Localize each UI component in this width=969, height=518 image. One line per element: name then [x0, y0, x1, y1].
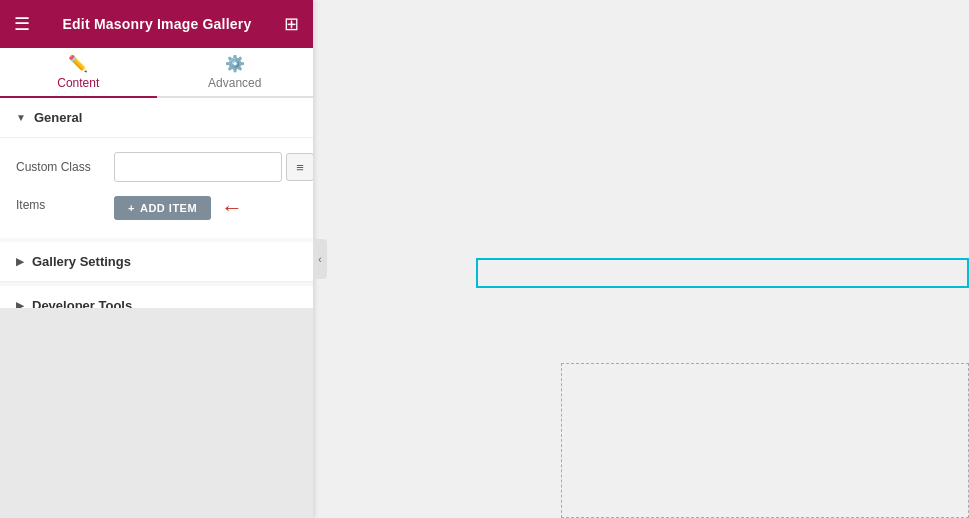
add-item-button[interactable]: + ADD ITEM — [114, 196, 211, 220]
general-section: ▼ General Custom Class ≡ Items — [0, 98, 313, 238]
developer-tools-header[interactable]: ▶ Developer Tools — [0, 286, 313, 308]
gallery-settings-section: ▶ Gallery Settings — [0, 242, 313, 282]
arrow-indicator: ← — [221, 197, 243, 219]
content-tab-icon: ✏️ — [68, 56, 88, 72]
grid-icon[interactable]: ⊞ — [284, 13, 299, 35]
gallery-settings-caret-icon: ▶ — [16, 256, 24, 267]
hamburger-icon[interactable]: ☰ — [14, 13, 30, 35]
custom-class-label: Custom Class — [16, 160, 106, 174]
advanced-tab-label: Advanced — [208, 76, 261, 90]
panel-footer — [0, 308, 313, 518]
items-controls: + ADD ITEM ← — [114, 196, 297, 220]
right-canvas — [313, 0, 969, 518]
panel-body: ▼ General Custom Class ≡ Items — [0, 98, 313, 308]
add-item-label: ADD ITEM — [140, 202, 197, 214]
custom-class-list-icon[interactable]: ≡ — [286, 153, 313, 181]
panel-collapse-handle[interactable]: ‹ — [313, 239, 327, 279]
advanced-tab-icon: ⚙️ — [225, 56, 245, 72]
developer-tools-label: Developer Tools — [32, 298, 132, 308]
developer-tools-section: ▶ Developer Tools — [0, 286, 313, 308]
general-section-label: General — [34, 110, 82, 125]
content-tab-label: Content — [57, 76, 99, 90]
gallery-settings-label: Gallery Settings — [32, 254, 131, 269]
panel-header: ☰ Edit Masonry Image Gallery ⊞ — [0, 0, 313, 48]
general-caret-icon: ▼ — [16, 112, 26, 123]
panel-title: Edit Masonry Image Gallery — [63, 16, 252, 32]
tabs-bar: ✏️ Content ⚙️ Advanced — [0, 48, 313, 98]
canvas-selected-element — [476, 258, 969, 288]
items-row: Items + ADD ITEM ← — [16, 196, 297, 220]
tab-content[interactable]: ✏️ Content — [0, 48, 157, 96]
canvas-placeholder-box — [561, 363, 969, 518]
items-label: Items — [16, 196, 106, 212]
general-section-header[interactable]: ▼ General — [0, 98, 313, 138]
gallery-settings-header[interactable]: ▶ Gallery Settings — [0, 242, 313, 282]
tab-advanced[interactable]: ⚙️ Advanced — [157, 48, 314, 96]
developer-tools-caret-icon: ▶ — [16, 300, 24, 308]
general-section-body: Custom Class ≡ Items + ADD ITEM — [0, 138, 313, 238]
left-panel: ☰ Edit Masonry Image Gallery ⊞ ✏️ Conten… — [0, 0, 313, 518]
custom-class-row: Custom Class ≡ — [16, 152, 297, 182]
custom-class-input[interactable] — [114, 152, 282, 182]
plus-icon: + — [128, 202, 135, 214]
custom-class-input-wrap: ≡ — [114, 152, 313, 182]
arrow-left-icon: ← — [221, 197, 243, 219]
